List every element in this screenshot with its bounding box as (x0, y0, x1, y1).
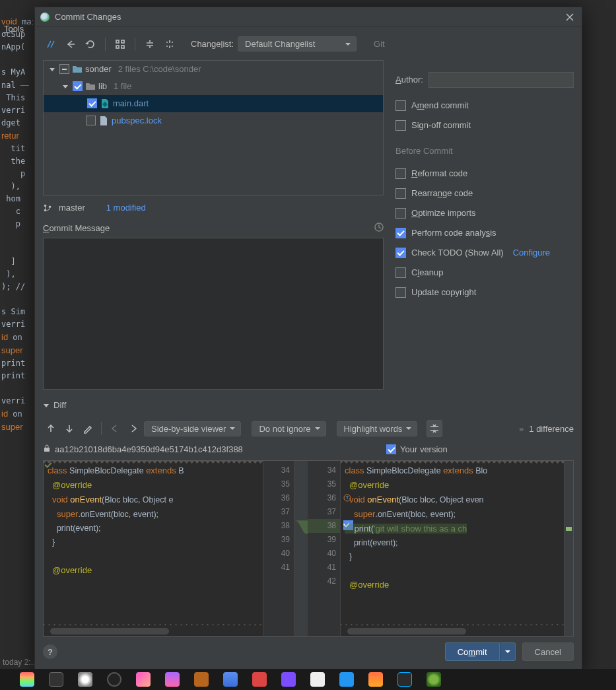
next-diff-icon[interactable] (61, 420, 77, 437)
left-revision-hash: aa12b21018d6ba4e9350d94e5174b1c412d3f388 (55, 444, 243, 454)
diff-section-toggle[interactable]: Diff (43, 399, 574, 412)
reformat-checkbox[interactable] (395, 168, 406, 179)
tree-root[interactable]: sonder 2 files C:\code\sonder (44, 61, 383, 78)
collapse-unchanged-icon[interactable] (427, 420, 442, 437)
taskbar-app-8[interactable] (223, 672, 238, 687)
help-button[interactable]: ? (43, 644, 57, 659)
commit-split-button: Commit (445, 642, 516, 661)
revert-icon[interactable] (63, 36, 79, 53)
svg-point-5 (44, 209, 47, 211)
taskbar-app-5[interactable] (136, 672, 151, 687)
prev-diff-icon[interactable] (43, 420, 59, 437)
checkbox-main[interactable] (87, 98, 97, 108)
taskbar-app-6[interactable] (165, 672, 180, 687)
commit-button[interactable]: Commit (445, 642, 500, 661)
configure-link[interactable]: Configure (513, 248, 550, 258)
modified-count[interactable]: 1 modified (106, 203, 146, 213)
svg-rect-1 (121, 40, 124, 43)
nav-back-icon[interactable] (107, 420, 123, 437)
commit-message-input[interactable] (43, 238, 384, 390)
left-line-numbers: 3435363738394041 (263, 461, 294, 574)
h-scrollbar-left[interactable] (50, 628, 169, 635)
changelist-dropdown[interactable]: Default Changelist (238, 36, 357, 52)
lock-icon (43, 444, 51, 454)
tree-footer: master 1 modified (43, 198, 384, 218)
folder-icon (72, 64, 83, 75)
author-label: Author: (395, 75, 423, 85)
separator (105, 38, 106, 51)
amend-checkbox[interactable] (395, 100, 406, 111)
dialog-title: Commit Changes (55, 12, 563, 22)
edit-source-icon[interactable] (80, 420, 96, 437)
separator (135, 38, 135, 51)
commit-toolbar: Changelist: Default Changelist Git (43, 34, 574, 55)
h-scrollbar-right[interactable] (347, 628, 466, 635)
diff-viewer[interactable]: class SimpleBlocDelegate extends B @over… (43, 460, 574, 637)
highlight-dropdown[interactable]: Highlight words (337, 421, 418, 436)
taskbar-app-10[interactable] (281, 672, 296, 687)
optimize-imports-checkbox[interactable] (395, 208, 406, 219)
editor-background: void main ocSup nApp( s MyA nal — This v… (0, 0, 33, 667)
nav-forward-icon[interactable] (125, 420, 141, 437)
tree-main-dart[interactable]: main.dart (44, 95, 383, 112)
taskbar-app-1[interactable] (20, 672, 34, 687)
author-input[interactable] (428, 72, 574, 88)
difference-count: 1 difference (529, 424, 574, 434)
show-diff-icon[interactable] (43, 36, 59, 53)
taskbar-app-12[interactable] (339, 672, 354, 687)
changelist-label: Changelist: (191, 39, 234, 49)
diff-toolbar: Side-by-side viewer Do not ignore Highli… (43, 417, 574, 440)
svg-point-4 (44, 204, 47, 207)
amend-commit-row: Amend commit (395, 97, 574, 114)
dart-file-icon (100, 98, 110, 109)
check-todo-checkbox[interactable] (395, 248, 406, 258)
signoff-commit-row: Sign-off commit (395, 117, 574, 134)
collapse-all-icon[interactable] (162, 36, 178, 53)
commit-dropdown[interactable] (500, 642, 516, 661)
code-analysis-checkbox[interactable] (395, 228, 406, 238)
changes-tree[interactable]: sonder 2 files C:\code\sonder lib 1 file… (43, 60, 384, 195)
tree-pubspec[interactable]: pubspec.lock (44, 112, 383, 129)
viewer-mode-dropdown[interactable]: Side-by-side viewer (144, 421, 241, 436)
your-version-label: Your version (400, 444, 448, 454)
refresh-icon[interactable] (83, 36, 98, 53)
checkbox-pubspec[interactable] (86, 116, 96, 125)
signoff-checkbox[interactable] (395, 120, 406, 131)
taskbar-app-13[interactable] (368, 672, 383, 687)
commit-message-header: Commit Message (43, 222, 384, 235)
svg-rect-0 (116, 40, 119, 43)
cancel-button[interactable]: Cancel (522, 642, 574, 661)
right-line-numbers: 343536373839404142 (308, 461, 340, 588)
file-icon (98, 116, 109, 126)
tree-lib[interactable]: lib 1 file (44, 78, 383, 95)
left-diff-pane[interactable]: class SimpleBlocDelegate extends B @over… (44, 461, 263, 636)
your-version-checkbox[interactable] (386, 444, 396, 454)
checkbox-lib[interactable] (73, 81, 83, 91)
revision-row: aa12b21018d6ba4e9350d94e5174b1c412d3f388… (43, 442, 574, 458)
expand-all-icon[interactable] (142, 36, 158, 53)
group-by-icon[interactable] (112, 36, 128, 53)
close-button[interactable] (563, 11, 576, 24)
cleanup-checkbox[interactable] (395, 267, 406, 278)
taskbar-app-14[interactable] (397, 672, 412, 687)
taskbar-app-11[interactable] (310, 672, 325, 687)
taskbar-app-15[interactable] (427, 672, 441, 687)
os-taskbar[interactable] (0, 669, 616, 690)
app-logo-icon (40, 13, 50, 22)
branch-icon (43, 203, 52, 213)
commit-changes-dialog: Commit Changes Changelist: Default Chang… (34, 7, 582, 673)
taskbar-app-2[interactable] (49, 672, 63, 687)
more-icon[interactable]: » (519, 424, 524, 434)
git-section-label: Git (374, 39, 385, 49)
taskbar-app-3[interactable] (78, 672, 92, 687)
right-diff-pane[interactable]: class SimpleBlocDelegate extends Blo @ov… (341, 461, 564, 636)
diff-ruler[interactable] (564, 461, 573, 636)
rearrange-checkbox[interactable] (395, 188, 406, 199)
taskbar-app-4[interactable] (107, 672, 121, 687)
whitespace-dropdown[interactable]: Do not ignore (252, 421, 325, 436)
taskbar-app-7[interactable] (194, 672, 209, 687)
checkbox-root[interactable] (59, 64, 69, 74)
history-icon[interactable] (374, 223, 384, 234)
update-copyright-checkbox[interactable] (395, 287, 406, 298)
taskbar-app-9[interactable] (252, 672, 267, 687)
